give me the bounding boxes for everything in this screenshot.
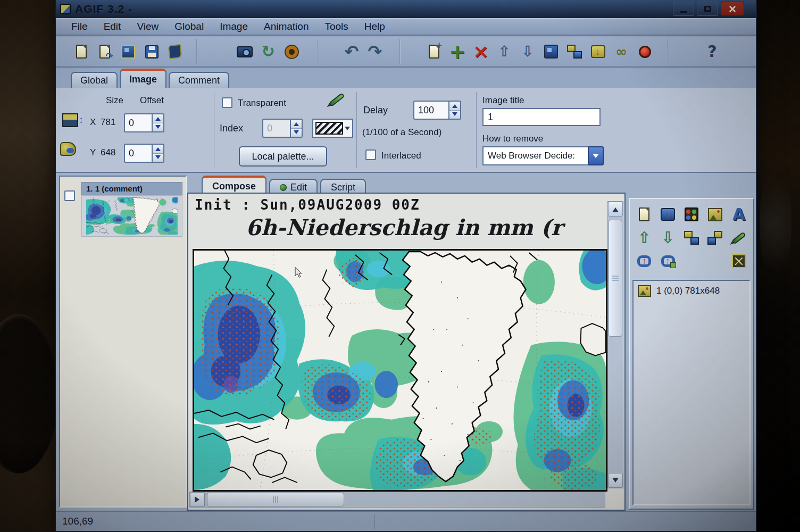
how-to-remove-dropdown-button[interactable] <box>588 146 604 165</box>
canvas-vertical-scrollbar[interactable] <box>607 201 623 488</box>
main-area: 1. 1 (comment) <box>56 173 756 512</box>
frame-list-item[interactable]: 1. 1 (comment) <box>81 182 182 237</box>
add-frame-button[interactable]: + <box>446 39 469 64</box>
promote-all-button[interactable]: ↑ <box>656 250 679 272</box>
layer-down-button[interactable]: ⇩ <box>656 227 679 249</box>
refresh-button[interactable]: ↻ <box>256 39 280 64</box>
new-frame-button[interactable] <box>422 39 446 64</box>
how-to-remove-select[interactable]: Web Browser Decide: <box>482 146 589 165</box>
menu-file[interactable]: File <box>63 20 96 34</box>
edit-status-dot-icon <box>280 184 287 191</box>
photo-dark-edge-right <box>756 0 800 532</box>
delay-value[interactable]: 100 <box>413 101 448 120</box>
menu-tools[interactable]: Tools <box>316 20 356 34</box>
copy-frame-button[interactable] <box>563 39 586 64</box>
save-file-button[interactable] <box>140 39 163 64</box>
index-up-button[interactable] <box>291 120 302 128</box>
undo-button[interactable]: ↶ <box>340 39 363 64</box>
pencil-icon <box>731 231 746 244</box>
minimize-button[interactable] <box>673 2 694 16</box>
delete-frame-button[interactable]: × <box>469 39 493 64</box>
menu-help[interactable]: Help <box>356 20 393 34</box>
y-offset-value[interactable]: 0 <box>124 144 152 163</box>
maximize-button[interactable] <box>697 2 718 16</box>
index-value[interactable]: 0 <box>262 119 290 138</box>
send-backward-button[interactable] <box>704 227 726 249</box>
vertical-scroll-thumb[interactable] <box>609 220 622 337</box>
tab-image[interactable]: Image <box>120 69 166 88</box>
frame-thumbnail[interactable] <box>81 195 182 237</box>
extract-image-button[interactable] <box>704 203 726 226</box>
window-title: AGIF 3.2 - <box>75 3 132 15</box>
transparent-color-swatch[interactable] <box>312 119 353 138</box>
add-image-button[interactable] <box>633 203 655 226</box>
crop-button[interactable] <box>728 250 750 272</box>
view-image-button[interactable] <box>116 39 140 64</box>
tab-script[interactable]: Script <box>320 179 366 194</box>
menu-edit[interactable]: Edit <box>96 20 129 34</box>
size-x-label: X <box>90 117 96 128</box>
layer-up-button[interactable]: ⇧ <box>633 227 655 249</box>
menu-global[interactable]: Global <box>166 20 212 34</box>
scroll-up-button[interactable] <box>608 202 623 217</box>
insert-image-button[interactable] <box>539 39 563 64</box>
menu-view[interactable]: View <box>129 20 166 34</box>
scroll-right-button[interactable] <box>190 492 205 507</box>
x-offset-value[interactable]: 0 <box>124 113 152 132</box>
titlebar: AGIF 3.2 - × <box>56 0 756 18</box>
delay-down-button[interactable] <box>449 110 460 119</box>
x-offset-up-button[interactable] <box>153 114 163 123</box>
edit-layer-button[interactable] <box>728 227 750 249</box>
delay-up-button[interactable] <box>449 102 460 110</box>
import-file-button[interactable] <box>163 39 187 64</box>
compose-canvas: Init : Sun,09AUG2009 00Z 6h-Niederschlag… <box>187 193 626 511</box>
close-icon: × <box>729 4 736 14</box>
layer-thumbnail-icon <box>638 285 651 297</box>
open-file-button[interactable] <box>93 39 116 64</box>
weather-map <box>193 249 607 492</box>
delay-label: Delay <box>363 105 388 116</box>
bring-forward-button[interactable] <box>680 227 703 249</box>
layer-list-item[interactable]: 1 (0,0) 781x648 <box>634 281 749 301</box>
frame-1-checkbox[interactable] <box>64 190 75 201</box>
y-offset-down-button[interactable] <box>153 153 163 162</box>
index-down-button[interactable] <box>291 128 302 137</box>
replace-image-button[interactable]: ↓ <box>586 39 610 64</box>
y-offset-up-button[interactable] <box>153 145 163 153</box>
canvas-horizontal-scrollbar[interactable] <box>189 492 605 508</box>
help-button[interactable]: ? <box>701 39 724 64</box>
play-animation-button[interactable] <box>280 39 303 64</box>
import-image-button[interactable]: ↓ <box>656 203 679 226</box>
add-text-button[interactable]: A <box>728 203 750 226</box>
tab-comment[interactable]: Comment <box>169 72 229 88</box>
transparent-checkbox[interactable] <box>222 97 232 108</box>
frame-item-title[interactable]: 1. 1 (comment) <box>81 182 182 195</box>
local-palette-button[interactable]: Local palette... <box>239 146 327 167</box>
tab-compose[interactable]: Compose <box>202 176 266 194</box>
tab-global[interactable]: Global <box>71 72 118 88</box>
colors-button[interactable] <box>680 203 703 226</box>
redo-button[interactable]: ↷ <box>363 39 387 64</box>
close-button[interactable]: × <box>721 2 744 16</box>
property-tabs: Global Image Comment <box>56 68 756 88</box>
link-frames-button[interactable]: ∞ <box>610 39 633 64</box>
image-title-input[interactable]: 1 <box>482 108 601 126</box>
interlaced-checkbox[interactable] <box>365 149 376 160</box>
move-frame-down-button[interactable]: ⇩ <box>516 39 539 64</box>
horizontal-scroll-thumb[interactable] <box>207 493 344 506</box>
transparent-label: Transparent <box>238 98 286 109</box>
new-file-button[interactable] <box>70 39 93 64</box>
menu-image[interactable]: Image <box>212 20 256 34</box>
menu-animation[interactable]: Animation <box>256 20 317 34</box>
promote-layer-button[interactable]: ↑ <box>633 250 655 272</box>
size-y-value: 648 <box>101 147 115 158</box>
preview-button[interactable] <box>233 39 256 64</box>
record-button[interactable] <box>633 39 656 64</box>
promote-all-icon: ↑ <box>661 255 675 267</box>
move-frame-up-button[interactable]: ⇧ <box>493 39 516 64</box>
layer-item-label: 1 (0,0) 781x648 <box>656 286 720 296</box>
x-offset-down-button[interactable] <box>153 123 163 132</box>
scroll-down-button[interactable] <box>608 473 623 488</box>
pick-transparent-color-icon[interactable] <box>329 93 345 107</box>
tab-edit[interactable]: Edit <box>269 179 318 194</box>
